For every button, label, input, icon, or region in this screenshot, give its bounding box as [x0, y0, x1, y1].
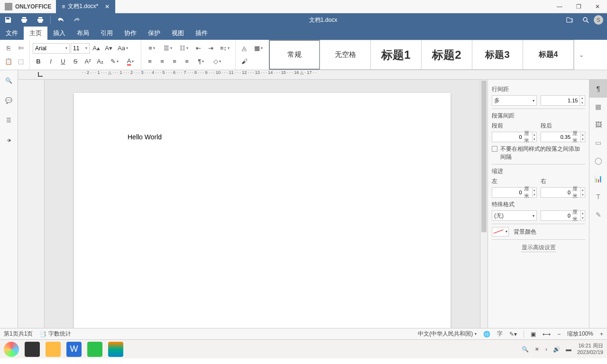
fill-button[interactable]: ▦ — [251, 43, 266, 54]
save-button[interactable] — [0, 13, 16, 27]
menu-insert[interactable]: 插入 — [47, 27, 71, 40]
superscript-button[interactable]: A² — [82, 55, 93, 67]
redo-button[interactable] — [69, 13, 85, 27]
track-changes-icon[interactable]: ✎▾ — [509, 331, 517, 337]
close-window-button[interactable]: ✕ — [588, 0, 607, 13]
fit-width-icon[interactable]: ⟷ — [543, 331, 551, 337]
font-size-select[interactable]: 11▾ — [71, 43, 90, 54]
tray-volume-icon[interactable]: 🔊 — [553, 346, 560, 353]
left-search-icon[interactable]: 🔍 — [3, 75, 15, 86]
menu-references[interactable]: 引用 — [95, 27, 119, 40]
document-canvas[interactable]: Hello World — [45, 80, 480, 328]
strike-button[interactable]: S — [70, 55, 81, 67]
italic-button[interactable]: I — [45, 55, 56, 67]
style-more-button[interactable]: ⌄ — [574, 40, 588, 70]
line-spacing-button[interactable]: ≡↕ — [217, 43, 232, 54]
image-settings-icon[interactable]: 🖼 — [589, 116, 607, 134]
indent-left-input[interactable]: 厘米▴▾ — [492, 187, 537, 198]
style-nospace[interactable]: 无空格 — [320, 40, 371, 70]
quick-print-button[interactable] — [32, 13, 48, 27]
font-color-button[interactable]: A — [123, 55, 138, 67]
line-spacing-value-input[interactable]: ▴▾ — [541, 95, 586, 106]
align-left-button[interactable]: ≡ — [144, 55, 156, 67]
document-text[interactable]: Hello World — [128, 133, 162, 141]
language-select[interactable]: 中文(中华人民共和国)▾ — [418, 330, 477, 338]
numbering-button[interactable]: ☰ — [160, 43, 175, 54]
menu-layout[interactable]: 布局 — [71, 27, 95, 40]
increase-indent-button[interactable]: ⇥ — [205, 43, 216, 54]
open-location-button[interactable] — [561, 13, 578, 27]
style-heading4[interactable]: 标题4 — [523, 40, 574, 70]
advanced-settings-link[interactable]: 显示高级设置 — [522, 244, 556, 252]
tray-expand-icon[interactable]: › — [545, 346, 547, 353]
decrease-indent-button[interactable]: ⇤ — [193, 43, 204, 54]
zoom-in-button[interactable]: + — [600, 331, 603, 337]
start-menu-icon[interactable] — [4, 342, 19, 357]
shading-button[interactable]: ◇ — [210, 55, 225, 67]
special-indent-input[interactable]: 厘米▴▾ — [541, 210, 586, 221]
shape-settings-icon[interactable]: ◯ — [589, 152, 607, 170]
left-feedback-icon[interactable]: 🕩 — [3, 135, 15, 146]
wps-icon[interactable]: W — [66, 342, 82, 357]
paragraph-mark-button[interactable]: ¶ — [193, 55, 209, 67]
line-spacing-type-select[interactable]: 多▾ — [492, 95, 537, 106]
no-space-checkbox[interactable]: 不要在相同样式的段落之间添加间隔 — [492, 145, 585, 161]
menu-file[interactable]: 文件 — [0, 27, 24, 40]
style-heading2[interactable]: 标题2 — [421, 40, 472, 70]
menu-plugins[interactable]: 插件 — [190, 27, 213, 40]
align-justify-button[interactable]: ≡ — [181, 55, 193, 67]
paste-button[interactable]: 📋 — [3, 55, 14, 67]
paragraph-settings-icon[interactable]: ¶ — [589, 80, 607, 98]
clear-style-button[interactable]: ◬ — [239, 43, 250, 54]
tray-battery-icon[interactable]: ▬ — [566, 346, 571, 353]
increase-font-button[interactable]: A▴ — [91, 43, 102, 54]
doc-lang-icon[interactable]: 字 — [497, 330, 503, 338]
special-indent-select[interactable]: (无)▾ — [492, 210, 537, 221]
vertical-ruler[interactable] — [36, 80, 45, 328]
onlyoffice-taskbar-icon[interactable] — [108, 342, 123, 357]
table-settings-icon[interactable]: ▦ — [589, 98, 607, 116]
page-status[interactable]: 第1页共1页 — [4, 330, 33, 338]
user-avatar[interactable]: S — [594, 15, 603, 25]
maximize-button[interactable]: ❐ — [569, 0, 588, 13]
format-painter-button[interactable]: 🖌 — [239, 55, 250, 67]
align-center-button[interactable]: ≡ — [156, 55, 168, 67]
fit-page-icon[interactable]: ▣ — [531, 331, 536, 337]
task-view-icon[interactable] — [25, 342, 40, 357]
signature-settings-icon[interactable]: ✎ — [589, 206, 607, 224]
copy-button[interactable]: ⎘ — [3, 43, 14, 54]
horizontal-ruler[interactable]: · · 2 · · · 1 · · · △ · · · 1 · · · 2 · … — [18, 70, 607, 80]
close-tab-icon[interactable]: ✕ — [105, 3, 110, 10]
word-count-button[interactable]: 📑字数统计 — [39, 330, 71, 338]
minimize-button[interactable]: — — [550, 0, 569, 13]
left-comments-icon[interactable]: 💬 — [3, 95, 15, 106]
document-tab[interactable]: ≡ 文档1.docx* ✕ — [56, 0, 115, 13]
left-headings-icon[interactable]: ☰ — [3, 115, 15, 126]
font-name-select[interactable]: Arial▾ — [33, 43, 70, 54]
menu-collab[interactable]: 协作 — [119, 27, 142, 40]
textart-settings-icon[interactable]: T — [589, 188, 607, 206]
spell-check-icon[interactable]: 🌐 — [483, 331, 490, 337]
zoom-level[interactable]: 缩放100% — [567, 330, 593, 338]
search-button[interactable] — [578, 13, 594, 27]
bold-button[interactable]: B — [33, 55, 44, 67]
tray-search-icon[interactable]: 🔍 — [522, 346, 529, 353]
decrease-font-button[interactable]: A▾ — [103, 43, 114, 54]
header-settings-icon[interactable]: ▭ — [589, 134, 607, 152]
menu-view[interactable]: 视图 — [166, 27, 190, 40]
align-right-button[interactable]: ≡ — [169, 55, 180, 67]
underline-button[interactable]: U — [57, 55, 69, 67]
undo-button[interactable] — [53, 13, 69, 27]
vertical-scrollbar[interactable] — [480, 80, 487, 328]
bullets-button[interactable]: ≡ — [144, 43, 159, 54]
select-button[interactable]: ⬚ — [15, 55, 27, 67]
zoom-out-button[interactable]: − — [557, 331, 561, 337]
style-heading3[interactable]: 标题3 — [472, 40, 523, 70]
tray-weather-icon[interactable]: ☀ — [534, 346, 540, 353]
print-button[interactable] — [16, 13, 32, 27]
menu-protect[interactable]: 保护 — [142, 27, 166, 40]
wechat-icon[interactable] — [87, 342, 102, 357]
change-case-button[interactable]: Aa — [115, 43, 130, 54]
chart-settings-icon[interactable]: 📊 — [589, 170, 607, 188]
spacing-before-input[interactable]: 厘米▴▾ — [492, 132, 537, 142]
